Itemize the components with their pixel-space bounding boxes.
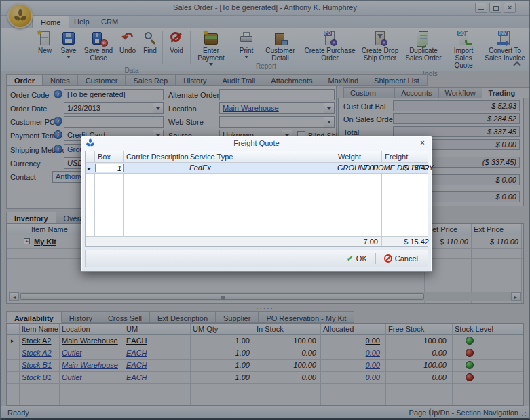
box-input[interactable] bbox=[95, 164, 124, 172]
column-header[interactable]: Carrier Description bbox=[126, 153, 189, 161]
dialog-titlebar[interactable]: Freight Quote × bbox=[81, 136, 432, 150]
dialog-footer: ✔ OK Cancel bbox=[85, 250, 428, 267]
ok-label: OK bbox=[356, 254, 367, 263]
freight-totals-row: 7.00 $ 15.42 bbox=[86, 236, 428, 246]
column-header[interactable]: Weight bbox=[338, 153, 361, 161]
freight-grid: Box Carrier Description Service Type Wei… bbox=[85, 151, 428, 247]
freight-cell: $ 15.42 bbox=[357, 164, 429, 172]
column-header[interactable]: Box bbox=[98, 153, 111, 161]
dialog-close-icon[interactable]: × bbox=[417, 138, 428, 148]
cancel-icon bbox=[384, 254, 392, 263]
freight-row[interactable]: ▸ FedEx GROUND HOME DELIVERY 7.00 $ 15.4… bbox=[86, 163, 428, 174]
button-separator bbox=[375, 253, 376, 264]
freight-quote-dialog: Freight Quote × Box Carrier Description … bbox=[81, 136, 432, 272]
ok-button[interactable]: ✔ OK bbox=[343, 252, 371, 265]
column-header[interactable]: Service Type bbox=[190, 153, 233, 161]
cancel-label: Cancel bbox=[395, 254, 418, 263]
row-marker-icon: ▸ bbox=[88, 165, 91, 172]
dialog-title: Freight Quote bbox=[81, 139, 432, 147]
sales-order-window: Sales Order - [To be generated] - Anthon… bbox=[0, 0, 530, 420]
carrier-cell: FedEx bbox=[189, 164, 211, 172]
cancel-button[interactable]: Cancel bbox=[380, 253, 422, 264]
total-freight-cell: $ 15.42 bbox=[357, 237, 429, 246]
check-icon: ✔ bbox=[347, 254, 354, 263]
column-header[interactable]: Freight bbox=[385, 153, 408, 161]
freight-grid-header: Box Carrier Description Service Type Wei… bbox=[86, 151, 428, 163]
